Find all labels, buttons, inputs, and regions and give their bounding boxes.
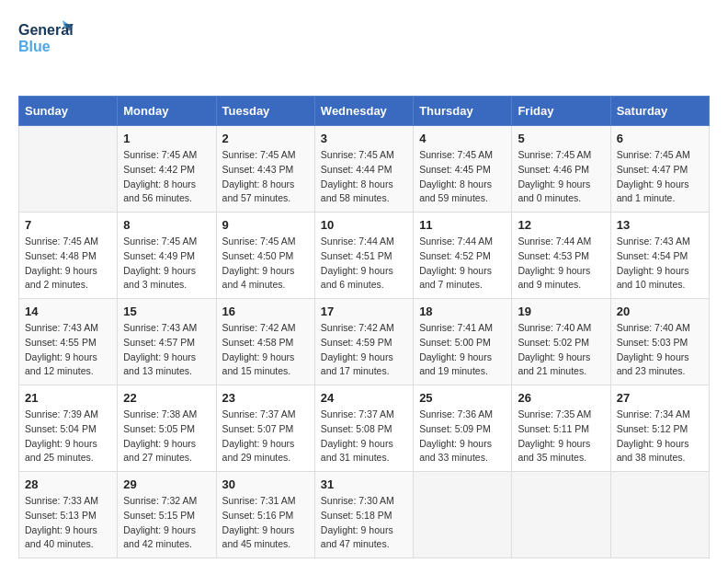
sunrise-text: Sunrise: 7:34 AM (617, 408, 703, 422)
daylight-text: Daylight: 9 hours and 29 minutes. (222, 437, 309, 466)
day-number: 20 (617, 304, 703, 318)
calendar-cell: 4 Sunrise: 7:45 AM Sunset: 4:45 PM Dayli… (414, 126, 512, 213)
sunset-text: Sunset: 5:02 PM (518, 336, 604, 350)
sunset-text: Sunset: 4:58 PM (222, 336, 309, 350)
day-number: 25 (419, 391, 506, 405)
day-info: Sunrise: 7:30 AM Sunset: 5:18 PM Dayligh… (321, 494, 407, 552)
calendar-cell: 3 Sunrise: 7:45 AM Sunset: 4:44 PM Dayli… (314, 126, 413, 213)
sunrise-text: Sunrise: 7:37 AM (321, 408, 407, 422)
day-number: 11 (419, 218, 506, 232)
day-number: 4 (419, 132, 506, 145)
daylight-text: Daylight: 9 hours and 33 minutes. (419, 437, 506, 466)
day-info: Sunrise: 7:31 AM Sunset: 5:16 PM Dayligh… (222, 494, 309, 552)
day-number: 14 (25, 304, 111, 318)
sunrise-text: Sunrise: 7:45 AM (222, 148, 309, 163)
daylight-text: Daylight: 8 hours and 57 minutes. (222, 178, 309, 207)
daylight-text: Daylight: 9 hours and 19 minutes. (419, 350, 506, 380)
day-info: Sunrise: 7:43 AM Sunset: 4:57 PM Dayligh… (123, 321, 210, 379)
calendar-cell: 12 Sunrise: 7:44 AM Sunset: 4:53 PM Dayl… (512, 213, 610, 299)
day-number: 23 (222, 391, 309, 405)
sunset-text: Sunset: 4:45 PM (419, 163, 506, 178)
daylight-text: Daylight: 9 hours and 35 minutes. (518, 437, 604, 466)
day-number: 28 (25, 477, 111, 491)
sunrise-text: Sunrise: 7:44 AM (419, 235, 506, 249)
sunset-text: Sunset: 4:54 PM (617, 249, 703, 264)
daylight-text: Daylight: 9 hours and 42 minutes. (123, 523, 210, 553)
sunset-text: Sunset: 4:47 PM (617, 163, 703, 178)
sunset-text: Sunset: 4:48 PM (25, 249, 111, 264)
calendar-cell (512, 472, 610, 558)
sunset-text: Sunset: 5:15 PM (123, 509, 210, 523)
day-info: Sunrise: 7:43 AM Sunset: 4:54 PM Dayligh… (617, 235, 703, 293)
sunrise-text: Sunrise: 7:44 AM (518, 235, 604, 249)
daylight-text: Daylight: 9 hours and 4 minutes. (222, 264, 309, 293)
day-info: Sunrise: 7:33 AM Sunset: 5:13 PM Dayligh… (25, 494, 111, 552)
day-info: Sunrise: 7:41 AM Sunset: 5:00 PM Dayligh… (419, 321, 506, 379)
logo-fixed: General Blue (18, 18, 74, 60)
calendar-header-row: SundayMondayTuesdayWednesdayThursdayFrid… (19, 97, 710, 126)
sunrise-text: Sunrise: 7:35 AM (518, 408, 604, 422)
calendar-cell: 18 Sunrise: 7:41 AM Sunset: 5:00 PM Dayl… (414, 299, 512, 385)
sunrise-text: Sunrise: 7:45 AM (222, 235, 309, 249)
calendar-cell (19, 126, 118, 213)
sunset-text: Sunset: 4:46 PM (518, 163, 604, 178)
day-info: Sunrise: 7:44 AM Sunset: 4:53 PM Dayligh… (518, 235, 604, 293)
calendar-cell: 5 Sunrise: 7:45 AM Sunset: 4:46 PM Dayli… (512, 126, 610, 213)
sunrise-text: Sunrise: 7:31 AM (222, 494, 309, 509)
calendar-cell: 6 Sunrise: 7:45 AM Sunset: 4:47 PM Dayli… (610, 126, 709, 213)
calendar-week-row: 14 Sunrise: 7:43 AM Sunset: 4:55 PM Dayl… (19, 299, 710, 385)
calendar-cell: 2 Sunrise: 7:45 AM Sunset: 4:43 PM Dayli… (216, 126, 314, 213)
day-number: 18 (419, 304, 506, 318)
calendar-cell: 15 Sunrise: 7:43 AM Sunset: 4:57 PM Dayl… (118, 299, 216, 385)
sunrise-text: Sunrise: 7:43 AM (123, 321, 210, 336)
sunrise-text: Sunrise: 7:33 AM (25, 494, 111, 509)
daylight-text: Daylight: 9 hours and 6 minutes. (321, 264, 407, 293)
day-number: 3 (321, 132, 407, 145)
sunset-text: Sunset: 4:51 PM (321, 249, 407, 264)
day-number: 13 (617, 218, 703, 232)
calendar-cell: 29 Sunrise: 7:32 AM Sunset: 5:15 PM Dayl… (118, 472, 216, 558)
calendar-cell: 11 Sunrise: 7:44 AM Sunset: 4:52 PM Dayl… (414, 213, 512, 299)
day-number: 31 (321, 477, 407, 491)
daylight-text: Daylight: 9 hours and 47 minutes. (321, 523, 407, 553)
day-number: 21 (25, 391, 111, 405)
calendar-cell: 13 Sunrise: 7:43 AM Sunset: 4:54 PM Dayl… (610, 213, 709, 299)
svg-text:Blue: Blue (18, 39, 51, 54)
daylight-text: Daylight: 9 hours and 1 minute. (617, 178, 703, 207)
day-number: 10 (321, 218, 407, 232)
day-number: 26 (518, 391, 604, 405)
daylight-text: Daylight: 9 hours and 40 minutes. (25, 523, 111, 553)
daylight-text: Daylight: 9 hours and 9 minutes. (518, 264, 604, 293)
day-number: 9 (222, 218, 309, 232)
sunrise-text: Sunrise: 7:45 AM (25, 235, 111, 249)
sunrise-text: Sunrise: 7:39 AM (25, 408, 111, 422)
calendar-cell (414, 472, 512, 558)
day-number: 16 (222, 304, 309, 318)
day-info: Sunrise: 7:45 AM Sunset: 4:42 PM Dayligh… (123, 148, 210, 206)
logo-svg: General Blue (18, 18, 74, 60)
calendar-cell: 8 Sunrise: 7:45 AM Sunset: 4:49 PM Dayli… (118, 213, 216, 299)
sunset-text: Sunset: 5:08 PM (321, 422, 407, 437)
daylight-text: Daylight: 9 hours and 31 minutes. (321, 437, 407, 466)
daylight-text: Daylight: 9 hours and 10 minutes. (617, 264, 703, 293)
sunset-text: Sunset: 5:04 PM (25, 422, 111, 437)
day-number: 17 (321, 304, 407, 318)
sunrise-text: Sunrise: 7:32 AM (123, 494, 210, 509)
sunset-text: Sunset: 5:16 PM (222, 509, 309, 523)
sunrise-text: Sunrise: 7:37 AM (222, 408, 309, 422)
day-info: Sunrise: 7:44 AM Sunset: 4:52 PM Dayligh… (419, 235, 506, 293)
day-info: Sunrise: 7:32 AM Sunset: 5:15 PM Dayligh… (123, 494, 210, 552)
day-header-wednesday: Wednesday (314, 97, 413, 126)
day-header-thursday: Thursday (414, 97, 512, 126)
day-info: Sunrise: 7:44 AM Sunset: 4:51 PM Dayligh… (321, 235, 407, 293)
sunset-text: Sunset: 5:13 PM (25, 509, 111, 523)
daylight-text: Daylight: 9 hours and 25 minutes. (25, 437, 111, 466)
sunset-text: Sunset: 5:05 PM (123, 422, 210, 437)
day-info: Sunrise: 7:43 AM Sunset: 4:55 PM Dayligh… (25, 321, 111, 379)
daylight-text: Daylight: 8 hours and 56 minutes. (123, 178, 210, 207)
day-info: Sunrise: 7:39 AM Sunset: 5:04 PM Dayligh… (25, 408, 111, 465)
sunset-text: Sunset: 4:42 PM (123, 163, 210, 178)
sunrise-text: Sunrise: 7:45 AM (123, 148, 210, 163)
day-info: Sunrise: 7:40 AM Sunset: 5:03 PM Dayligh… (617, 321, 703, 379)
sunset-text: Sunset: 4:44 PM (321, 163, 407, 178)
